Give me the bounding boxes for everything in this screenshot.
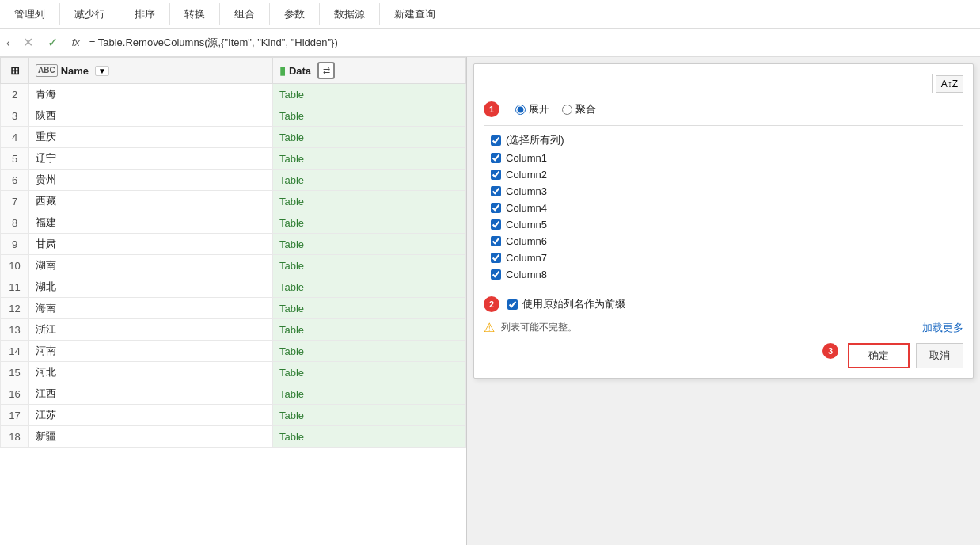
radio-expand-label[interactable]: 展开 xyxy=(515,102,549,116)
table-type-icon: ▮ xyxy=(279,64,286,77)
row-num-cell: 10 xyxy=(1,255,29,276)
toolbar-sort[interactable]: 排序 xyxy=(120,3,170,25)
checkbox-label: Column5 xyxy=(506,219,547,231)
ok-button[interactable]: 确定 xyxy=(848,343,910,368)
data-cell: Table xyxy=(272,383,465,405)
checkbox-input[interactable] xyxy=(491,135,501,146)
name-cell: 福建 xyxy=(29,212,273,234)
panel-search-input[interactable] xyxy=(484,74,933,93)
row-num-cell: 16 xyxy=(1,383,29,405)
radio-expand[interactable] xyxy=(515,105,526,115)
load-more-link[interactable]: 加载更多 xyxy=(922,321,963,335)
toolbar-datasource[interactable]: 数据源 xyxy=(320,3,380,25)
panel-sort-btn[interactable]: A↕Z xyxy=(936,75,963,93)
row-num-cell: 12 xyxy=(1,298,29,319)
data-col-label: Data xyxy=(289,65,311,77)
checkbox-input[interactable] xyxy=(491,219,501,230)
table-row: 15 河北 Table xyxy=(1,362,466,383)
use-prefix-label: 使用原始列名作为前缀 xyxy=(522,297,625,311)
panel-checkbox-item[interactable]: Column7 xyxy=(489,250,958,266)
table-row: 6 贵州 Table xyxy=(1,170,466,191)
panel-checkbox-item[interactable]: Column5 xyxy=(489,216,958,233)
row-num-cell: 3 xyxy=(1,105,29,127)
name-cell: 湖北 xyxy=(29,276,273,298)
expand-table-btn[interactable]: ⇄ xyxy=(317,62,335,79)
name-cell: 浙江 xyxy=(29,319,273,341)
checkbox-input[interactable] xyxy=(491,153,501,163)
name-cell: 河南 xyxy=(29,341,273,362)
checkbox-input[interactable] xyxy=(491,236,501,246)
data-cell: Table xyxy=(272,298,465,319)
row-num-cell: 8 xyxy=(1,212,29,234)
panel-checkbox-item[interactable]: Column4 xyxy=(489,200,958,216)
toolbar-new-query[interactable]: 新建查询 xyxy=(380,3,450,25)
panel-buttons: 3 确定 取消 xyxy=(484,343,963,368)
checkbox-input[interactable] xyxy=(491,170,501,180)
panel-checkbox-item[interactable]: Column2 xyxy=(489,166,958,183)
warning-text: 列表可能不完整。 xyxy=(501,321,577,334)
toolbar-combine[interactable]: 组合 xyxy=(220,3,270,25)
panel-checkbox-item[interactable]: Column3 xyxy=(489,183,958,200)
radio-aggregate-label[interactable]: 聚合 xyxy=(562,102,596,116)
name-cell: 河北 xyxy=(29,362,273,383)
panel-checkbox-item[interactable]: Column1 xyxy=(489,150,958,166)
table-area: ⊞ ABC Name ▼ ▮ Data ⇄ xyxy=(0,57,467,545)
toolbar-params[interactable]: 参数 xyxy=(270,3,320,25)
formula-bar: ‹ ✕ ✓ fx xyxy=(0,29,980,57)
name-cell: 青海 xyxy=(29,84,273,105)
checkbox-label: Column8 xyxy=(506,269,547,280)
table-row: 10 湖南 Table xyxy=(1,255,466,276)
name-cell: 西藏 xyxy=(29,191,273,212)
name-cell: 江西 xyxy=(29,383,273,405)
row-num-cell: 7 xyxy=(1,191,29,212)
table-row: 13 浙江 Table xyxy=(1,319,466,341)
use-prefix-checkbox[interactable] xyxy=(507,299,518,310)
toolbar-reduce-rows[interactable]: 减少行 xyxy=(60,3,120,25)
data-cell: Table xyxy=(272,105,465,127)
checkbox-input[interactable] xyxy=(491,269,501,280)
radio-aggregate[interactable] xyxy=(562,105,572,115)
data-col-header: ▮ Data ⇄ xyxy=(272,58,465,84)
name-col-header: ABC Name ▼ xyxy=(29,58,273,84)
checkbox-label: (选择所有列) xyxy=(506,133,564,147)
row-num-cell: 14 xyxy=(1,341,29,362)
data-cell: Table xyxy=(272,405,465,426)
data-cell: Table xyxy=(272,319,465,341)
formula-cancel-icon[interactable]: ✕ xyxy=(18,33,38,51)
abc-type-icon: ABC xyxy=(36,64,58,77)
checkbox-label: Column3 xyxy=(506,185,547,197)
name-col-dropdown[interactable]: ▼ xyxy=(95,66,109,76)
panel-checkbox-item[interactable]: Column6 xyxy=(489,233,958,250)
checkbox-label: Column4 xyxy=(506,202,547,214)
checkbox-label: Column1 xyxy=(506,152,547,164)
name-cell: 辽宁 xyxy=(29,148,273,170)
row-num-cell: 9 xyxy=(1,234,29,255)
toolbar-transform[interactable]: 转换 xyxy=(170,3,220,25)
toolbar-manage-cols[interactable]: 管理列 xyxy=(0,3,60,25)
row-num-cell: 17 xyxy=(1,405,29,426)
checkbox-input[interactable] xyxy=(491,186,501,196)
radio-expand-text: 展开 xyxy=(529,102,549,116)
data-cell: Table xyxy=(272,426,465,448)
formula-confirm-icon[interactable]: ✓ xyxy=(43,33,63,51)
panel-checkbox-item[interactable]: Column8 xyxy=(489,266,958,283)
nav-back-icon[interactable]: ‹ xyxy=(6,36,10,49)
data-cell: Table xyxy=(272,148,465,170)
panel-checkboxes: (选择所有列) Column1 Column2 Column3 Column4 … xyxy=(484,125,963,288)
checkbox-input[interactable] xyxy=(491,203,501,213)
name-col-label: Name xyxy=(61,65,89,77)
name-cell: 甘肃 xyxy=(29,234,273,255)
panel-radio-row: 1 展开 聚合 xyxy=(484,101,963,117)
toolbar: 管理列 减少行 排序 转换 组合 参数 数据源 新建查询 xyxy=(0,0,980,29)
cancel-button[interactable]: 取消 xyxy=(916,343,963,368)
data-cell: Table xyxy=(272,170,465,191)
row-num-cell: 15 xyxy=(1,362,29,383)
table-row: 5 辽宁 Table xyxy=(1,148,466,170)
checkbox-input[interactable] xyxy=(491,253,501,263)
table-row: 2 青海 Table xyxy=(1,84,466,105)
data-cell: Table xyxy=(272,255,465,276)
panel-checkbox-item[interactable]: (选择所有列) xyxy=(489,131,958,150)
row-num-cell: 4 xyxy=(1,127,29,148)
formula-input[interactable] xyxy=(89,36,974,48)
main-content: ⊞ ABC Name ▼ ▮ Data ⇄ xyxy=(0,57,980,545)
